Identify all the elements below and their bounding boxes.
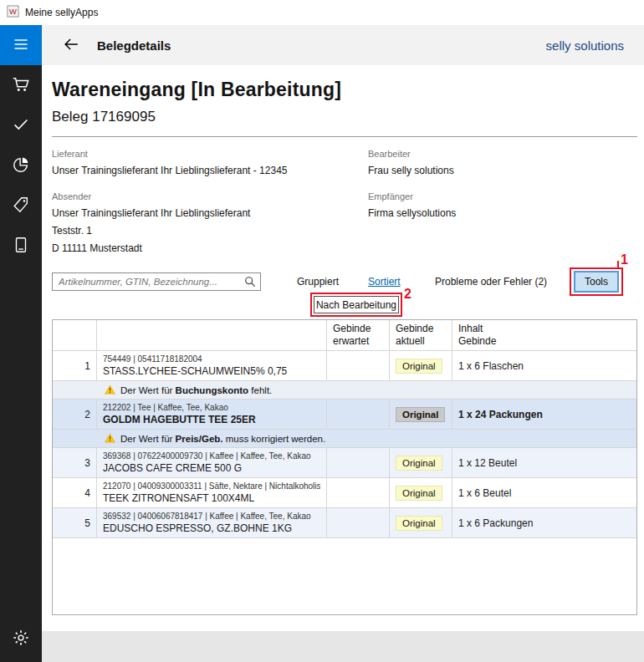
row-number: 1 — [53, 351, 97, 380]
cell-gebinde-aktuell: Original — [390, 351, 452, 380]
row-name: JACOBS CAFE CREME 500 G — [103, 462, 320, 474]
cart-icon — [12, 75, 30, 96]
row-meta: 369368 | 07622400009730 | Kaffee | Kaffe… — [103, 451, 320, 461]
warning-row: Der Wert für Preis/Geb. muss korrigiert … — [53, 430, 636, 448]
table-header-row: Gebinde erwartet Gebinde aktuell Inhalt … — [53, 320, 636, 351]
cell-gebinde-erwartet — [327, 400, 390, 429]
table-row-selected[interactable]: 2 212202 | Tee | Kaffee, Tee, Kakao GOLD… — [53, 400, 636, 430]
gear-icon — [12, 629, 30, 649]
sidebar-item-reports[interactable] — [0, 145, 42, 186]
toolbar: Gruppiert Sortiert Probleme oder Fehler … — [52, 271, 637, 318]
probleme-link[interactable]: Probleme oder Fehler (2) — [435, 276, 547, 288]
sidebar-item-settings[interactable] — [0, 619, 42, 659]
status-badge: Original — [396, 516, 442, 531]
cell-gebinde-erwartet — [327, 351, 390, 380]
cell-gebinde-aktuell: Original — [390, 400, 452, 429]
main: Wareneingang [In Bearbeitung] Beleg 1716… — [42, 79, 644, 615]
check-icon — [12, 115, 30, 136]
field-value: Frau selly solutions — [368, 165, 619, 176]
row-number: 4 — [53, 478, 97, 507]
hamburger-icon — [13, 36, 29, 55]
tools-button[interactable]: Tools — [574, 271, 619, 293]
sidebar-item-documents[interactable] — [0, 226, 42, 266]
warning-text: Der Wert für Buchungskonto fehlt. — [120, 385, 272, 395]
gruppiert-link[interactable]: Gruppiert — [297, 276, 339, 288]
row-meta: 369532 | 04006067818417 | Kaffee | Kaffe… — [103, 512, 320, 521]
field-value: Teststr. 1 — [52, 225, 353, 237]
sort-mode-box[interactable]: Nach Bearbeitung — [314, 296, 399, 313]
warning-text: Der Wert für Preis/Geb. muss korrigiert … — [120, 434, 325, 444]
brand-label: selly solutions — [546, 38, 624, 53]
status-badge: Original — [396, 359, 442, 374]
field-value: Unser Trainingslieferant Ihr Lieblingsli… — [52, 165, 353, 176]
annotation-number-2: 2 — [404, 287, 411, 302]
table-row[interactable]: 5 369532 | 04006067818417 | Kaffee | Kaf… — [53, 508, 636, 538]
field-label: Bearbeiter — [368, 149, 619, 159]
cell-inhalt: 1 x 6 Packungen — [452, 508, 636, 537]
cell-gebinde-aktuell: Original — [390, 508, 452, 537]
field-bearbeiter: Bearbeiter Frau selly solutions — [368, 149, 619, 176]
footer-strip — [42, 631, 644, 662]
back-button[interactable] — [62, 35, 80, 56]
row-number: 3 — [53, 448, 97, 477]
row-number: 5 — [53, 508, 97, 537]
cell-gebinde-aktuell: Original — [390, 448, 452, 477]
info-fields: Lieferant Unser Trainingslieferant Ihr L… — [52, 149, 637, 256]
titlebar: W Meine sellyApps — [0, 0, 644, 25]
warning-row: Der Wert für Buchungskonto fehlt. — [53, 381, 636, 400]
row-name: GOLDM HAGEBUTTE TEE 25ER — [103, 414, 320, 425]
row-number: 2 — [53, 400, 97, 429]
sidebar-item-prices[interactable] — [0, 186, 42, 226]
header-description — [97, 320, 327, 350]
sidebar-item-tasks[interactable] — [0, 105, 42, 145]
cell-gebinde-aktuell: Original — [390, 478, 452, 507]
table-row[interactable]: 4 212070 | 04009300003311 | Säfte, Nekta… — [53, 478, 636, 508]
field-label: Absender — [52, 191, 353, 201]
search-input[interactable] — [52, 272, 261, 291]
table-row[interactable]: 3 369368 | 07622400009730 | Kaffee | Kaf… — [53, 448, 636, 478]
search-icon[interactable] — [244, 276, 256, 291]
window-title: Meine sellyApps — [25, 7, 98, 18]
app-window: W Meine sellyApps — [0, 0, 644, 662]
field-empfaenger: Empfänger Firma sellysolutions — [368, 191, 619, 219]
row-meta: 754449 | 05411718182004 — [103, 354, 320, 364]
page-title: Belegdetails — [97, 38, 171, 53]
document-subtitle: Beleg 17169095 — [52, 109, 637, 125]
field-label: Lieferant — [52, 149, 353, 159]
field-lieferant: Lieferant Unser Trainingslieferant Ihr L… — [52, 149, 353, 176]
cell-inhalt: 1 x 12 Beutel — [452, 448, 636, 477]
header-gebinde-erwartet: Gebinde erwartet — [327, 320, 390, 350]
status-badge: Original — [396, 456, 442, 471]
warning-triangle-icon — [105, 433, 115, 445]
svg-text:W: W — [9, 8, 17, 16]
divider — [52, 136, 637, 137]
header-inhalt-gebinde: Inhalt Gebinde — [452, 320, 636, 350]
field-value: D 11111 Musterstadt — [52, 242, 353, 254]
price-tag-icon — [12, 196, 30, 216]
row-description: 212202 | Tee | Kaffee, Tee, Kakao GOLDM … — [97, 400, 327, 429]
sortiert-link[interactable]: Sortiert — [368, 276, 401, 288]
cell-inhalt: 1 x 6 Beutel — [452, 478, 636, 507]
page-header: Belegdetails selly solutions — [42, 25, 644, 65]
table-row[interactable]: 1 754449 | 05411718182004 STASS.LYCHEE-S… — [53, 351, 636, 381]
cell-inhalt: 1 x 6 Flaschen — [452, 351, 636, 380]
content-area: Belegdetails selly solutions Wareneingan… — [42, 25, 644, 662]
search-box — [52, 272, 261, 291]
document-title: Wareneingang [In Bearbeitung] — [52, 79, 637, 101]
header-gebinde-aktuell: Gebinde aktuell — [390, 320, 452, 350]
field-value: Firma sellysolutions — [368, 207, 619, 219]
cell-gebinde-erwartet — [327, 508, 390, 537]
app-logo-icon: W — [7, 5, 19, 21]
row-name: STASS.LYCHEE-SCHAUMWEIN5% 0,75 — [103, 365, 320, 377]
menu-button[interactable] — [0, 25, 42, 65]
row-name: EDUSCHO ESPRESSO, GZ.BOHNE 1KG — [103, 522, 320, 534]
sidebar-item-orders[interactable] — [0, 65, 42, 105]
pie-chart-icon — [12, 155, 30, 176]
header-number — [53, 320, 97, 350]
cell-gebinde-erwartet — [327, 448, 390, 477]
table-empty-area — [53, 538, 636, 614]
annotation-connector-1 — [617, 261, 619, 268]
field-value: Unser Trainingslieferant Ihr Lieblingsli… — [52, 207, 353, 219]
field-absender: Absender Unser Trainingslieferant Ihr Li… — [52, 191, 353, 254]
row-meta: 212202 | Tee | Kaffee, Tee, Kakao — [103, 403, 320, 412]
